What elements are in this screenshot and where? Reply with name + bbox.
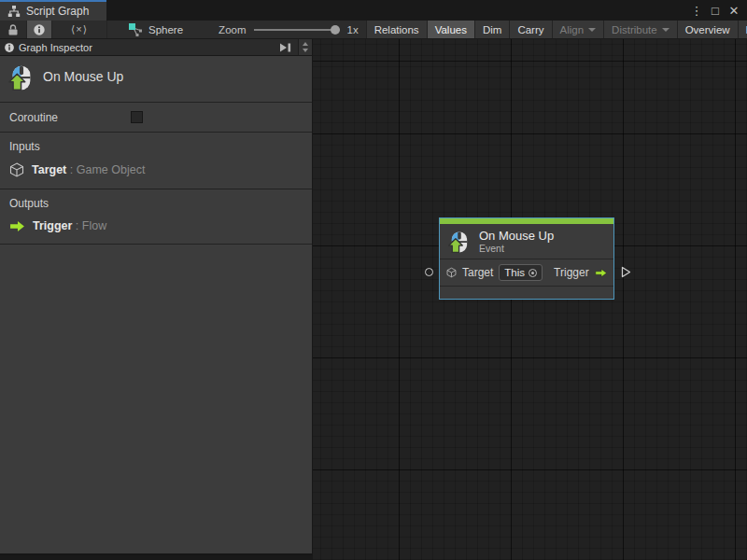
coroutine-label: Coroutine xyxy=(9,111,58,124)
output-type: : Flow xyxy=(76,219,106,232)
node-input-port[interactable] xyxy=(425,268,433,276)
input-type: : Game Object xyxy=(70,163,146,176)
graph-canvas[interactable]: On Mouse Up Event Target This Trigger xyxy=(313,39,747,560)
carry-button[interactable]: Carry xyxy=(509,21,551,38)
lock-icon xyxy=(6,22,21,37)
maximize-icon[interactable]: □ xyxy=(708,4,723,18)
node-title: On Mouse Up xyxy=(479,229,554,243)
toolbar-right-buttons: Relations Values Dim Carry Align Distrib… xyxy=(366,21,747,38)
zoom-slider-track[interactable] xyxy=(254,29,340,31)
flow-arrow-icon[interactable] xyxy=(595,267,607,279)
graph-owner-button[interactable]: Sphere xyxy=(107,21,192,38)
unit-title: On Mouse Up xyxy=(43,63,123,84)
spinner-up-icon[interactable] xyxy=(303,42,308,46)
tab-bar: Script Graph ⋮ □ ✕ xyxy=(0,0,747,21)
node-target-label: Target xyxy=(462,266,493,279)
coroutine-checkbox[interactable] xyxy=(131,111,143,123)
kebab-menu-icon[interactable]: ⋮ xyxy=(689,4,704,18)
output-name: Trigger xyxy=(33,219,72,232)
zoom-slider-handle[interactable] xyxy=(331,25,340,35)
node-titles: On Mouse Up Event xyxy=(479,229,554,254)
node-subtitle: Event xyxy=(479,243,554,254)
graph-pointer-icon xyxy=(128,22,143,37)
node-trigger-label: Trigger xyxy=(554,266,589,279)
object-picker-icon[interactable] xyxy=(529,269,537,277)
on-mouse-up-node[interactable]: On Mouse Up Event Target This Trigger xyxy=(439,217,614,300)
mouse-up-icon xyxy=(7,63,35,91)
graph-toolbar: ⟨×⟩ Sphere Zoom 1x Relations Values Dim … xyxy=(0,21,747,39)
carry-label: Carry xyxy=(517,24,543,35)
node-output-port[interactable] xyxy=(621,266,631,278)
relations-button[interactable]: Relations xyxy=(366,21,427,38)
zoom-slider[interactable] xyxy=(254,25,340,35)
unity-visual-scripting-window: { "window": { "tab_title": "Script Graph… xyxy=(0,0,747,560)
distribute-label: Distribute xyxy=(612,24,657,35)
inspector-toggle-button[interactable] xyxy=(27,21,52,38)
mouse-up-icon xyxy=(447,230,472,254)
relations-label: Relations xyxy=(374,24,419,35)
game-object-cube-icon xyxy=(446,266,457,279)
game-object-cube-icon xyxy=(9,162,24,177)
info-icon xyxy=(33,23,46,36)
zoom-label: Zoom xyxy=(218,24,246,35)
spinner-down-icon[interactable] xyxy=(303,49,308,52)
dim-button[interactable]: Dim xyxy=(474,21,509,38)
graph-owner-name: Sphere xyxy=(148,24,183,35)
dim-label: Dim xyxy=(483,24,501,35)
code-view-button[interactable]: ⟨×⟩ xyxy=(52,21,107,38)
zoom-control: Zoom 1x xyxy=(192,21,366,38)
inspector-header: Graph Inspector xyxy=(0,39,312,56)
inspected-unit-section: On Mouse Up xyxy=(0,56,312,103)
tab-script-graph[interactable]: Script Graph xyxy=(0,0,106,21)
coroutine-row: Coroutine xyxy=(0,103,312,133)
chevron-down-icon xyxy=(588,28,596,32)
outputs-header: Outputs xyxy=(9,197,312,210)
distribute-dropdown-button[interactable]: Distribute xyxy=(603,21,677,38)
inputs-section: Inputs Target : Game Object xyxy=(0,133,312,189)
node-header[interactable]: On Mouse Up Event xyxy=(440,224,613,259)
inputs-header: Inputs xyxy=(9,140,312,153)
dock-panel-button[interactable] xyxy=(274,39,299,55)
window-controls: ⋮ □ ✕ xyxy=(689,0,747,21)
overview-button[interactable]: Overview xyxy=(677,21,738,38)
flow-arrow-icon xyxy=(9,220,25,232)
tabbar-spacer xyxy=(106,0,689,21)
node-port-row: Target This Trigger xyxy=(440,259,613,286)
input-row: Target : Game Object xyxy=(9,162,312,177)
code-icon: ⟨×⟩ xyxy=(58,23,101,35)
output-row: Trigger : Flow xyxy=(9,219,312,232)
values-label: Values xyxy=(435,24,467,35)
target-value: This xyxy=(504,267,525,278)
align-label: Align xyxy=(560,24,585,35)
dock-right-icon xyxy=(279,41,292,54)
graph-inspector-panel: Graph Inspector On Mouse Up Coroutine In… xyxy=(0,39,313,555)
align-dropdown-button[interactable]: Align xyxy=(552,21,604,38)
info-icon xyxy=(4,42,15,53)
close-icon[interactable]: ✕ xyxy=(726,4,741,18)
input-name: Target xyxy=(32,163,66,176)
values-button[interactable]: Values xyxy=(427,21,474,38)
full-screen-button[interactable]: Full Screen xyxy=(738,21,747,38)
chevron-down-icon xyxy=(662,28,669,32)
outputs-section: Outputs Trigger : Flow xyxy=(0,189,312,245)
zoom-value: 1x xyxy=(347,24,359,35)
node-footer xyxy=(440,287,613,299)
target-value-chip[interactable]: This xyxy=(499,264,543,281)
header-spinner[interactable] xyxy=(299,39,312,55)
lock-button[interactable] xyxy=(0,21,27,38)
tab-title: Script Graph xyxy=(26,5,89,18)
inspector-title: Graph Inspector xyxy=(19,42,274,53)
graph-hierarchy-icon xyxy=(7,5,21,18)
overview-label: Overview xyxy=(685,24,730,35)
